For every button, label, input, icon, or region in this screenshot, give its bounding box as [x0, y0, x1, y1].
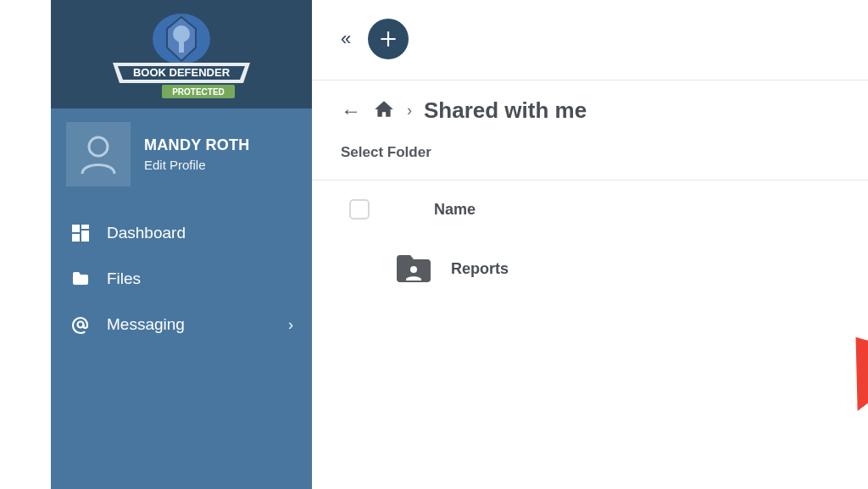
svg-rect-10 — [72, 234, 80, 242]
sidebar-nav: Dashboard Files Messaging › — [51, 202, 312, 347]
topbar: « — [312, 0, 868, 80]
svg-point-1 — [173, 25, 190, 42]
dashboard-icon — [70, 222, 92, 244]
collapse-sidebar-icon[interactable]: « — [341, 28, 351, 50]
at-sign-icon — [70, 314, 92, 336]
sidebar-item-messaging[interactable]: Messaging › — [51, 302, 312, 347]
svg-rect-2 — [179, 41, 184, 53]
profile-text: MANDY ROTH Edit Profile — [144, 136, 250, 172]
svg-rect-8 — [81, 225, 89, 229]
select-all-checkbox[interactable] — [349, 199, 370, 219]
svg-marker-13 — [834, 324, 868, 467]
column-name-header: Name — [400, 201, 476, 219]
sidebar: BOOK DEFENDER PROTECTED MANDY ROTH Edit … — [51, 0, 312, 489]
main-content: « ← › Shared with me Select Folder Name … — [312, 0, 868, 489]
logo-badge: PROTECTED — [172, 87, 225, 97]
folder-row-reports[interactable]: Reports — [312, 238, 868, 296]
breadcrumb: ← › Shared with me — [312, 81, 868, 131]
breadcrumb-current: Shared with me — [424, 97, 587, 124]
sidebar-item-label: Dashboard — [107, 224, 186, 242]
page-left-padding — [0, 0, 51, 489]
table-header: Name — [312, 181, 868, 238]
back-arrow-icon[interactable]: ← — [341, 99, 361, 123]
shared-folder-icon — [393, 252, 434, 286]
svg-rect-7 — [72, 225, 80, 232]
folder-icon — [70, 268, 92, 290]
brand-logo: BOOK DEFENDER PROTECTED — [51, 0, 312, 108]
annotation-arrow-icon — [834, 324, 868, 485]
sidebar-item-label: Files — [107, 270, 141, 288]
profile-name: MANDY ROTH — [144, 136, 250, 154]
user-icon — [75, 131, 121, 177]
plus-icon — [377, 28, 399, 50]
sidebar-item-files[interactable]: Files — [51, 256, 312, 302]
svg-rect-9 — [81, 231, 89, 242]
breadcrumb-separator-icon: › — [407, 102, 412, 119]
avatar[interactable] — [66, 122, 131, 186]
home-icon[interactable] — [373, 98, 395, 124]
sidebar-item-label: Messaging — [107, 315, 185, 334]
chevron-right-icon: › — [288, 316, 293, 334]
edit-profile-link[interactable]: Edit Profile — [144, 158, 250, 172]
sidebar-item-dashboard[interactable]: Dashboard — [51, 210, 312, 256]
svg-point-12 — [410, 266, 417, 273]
svg-point-6 — [89, 137, 108, 156]
logo-title: BOOK DEFENDER — [133, 66, 231, 79]
select-folder-label: Select Folder — [312, 131, 868, 180]
book-defender-logo-icon: BOOK DEFENDER PROTECTED — [101, 8, 262, 102]
folder-name: Reports — [451, 260, 509, 278]
add-button[interactable] — [368, 19, 409, 59]
profile-block: MANDY ROTH Edit Profile — [51, 108, 312, 202]
